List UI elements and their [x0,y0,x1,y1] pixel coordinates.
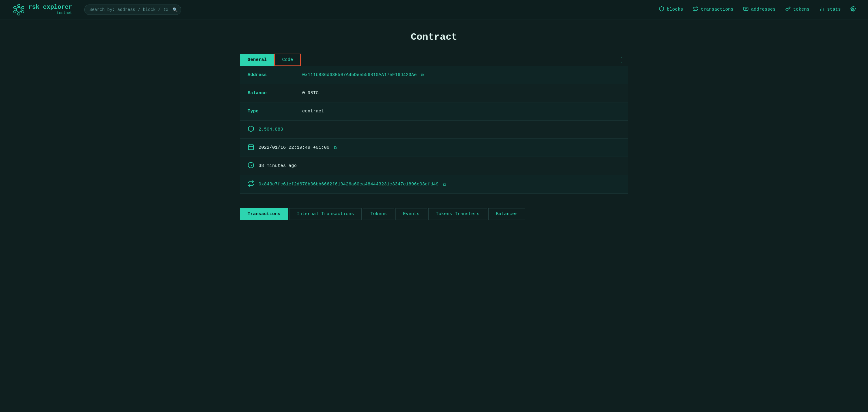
txhash-row: 0x843c7fc61ef2d678b36bb6662f610426a60ca4… [240,175,628,193]
top-tab-bar: General Code ⋮ [240,54,628,66]
type-row: Type contract [240,102,628,121]
svg-point-0 [17,7,21,12]
address-label: Address [248,72,302,77]
tab-balances[interactable]: Balances [488,208,525,220]
tx-icon [248,180,258,188]
nav-link-transactions[interactable]: transactions [693,6,734,13]
logo-icon [12,3,26,17]
txhash-value: 0x843c7fc61ef2d678b36bb6662f610426a60ca4… [258,181,447,188]
svg-point-5 [13,10,16,13]
tab-tokens[interactable]: Tokens [363,208,394,220]
nav-link-settings[interactable] [850,6,856,13]
nav-link-addresses[interactable]: addresses [743,6,776,13]
svg-point-2 [18,13,20,15]
block-value[interactable]: 2,504,883 [258,127,283,132]
gear-icon [850,6,856,13]
tab-internal-transactions[interactable]: Internal Transactions [289,208,362,220]
clock-icon [248,162,258,170]
address-value: 0x111b836d63E507A45Dee556B10AA17eF16D423… [302,72,425,78]
nav-stats-label: stats [827,7,841,12]
nav-blocks-label: blocks [667,7,683,12]
search-icon: 🔍 [173,7,178,12]
age-row: 38 minutes ago [240,157,628,175]
contract-info-table: Address 0x111b836d63E507A45Dee556B10AA17… [240,66,628,194]
svg-point-4 [22,6,24,9]
nav-link-tokens[interactable]: tokens [785,6,809,13]
age-value: 38 minutes ago [258,163,297,168]
app-title: rsk explorer [29,4,72,11]
svg-point-1 [18,4,20,7]
balance-value: 0 RBTC [302,91,318,96]
tab-tokens-transfers[interactable]: Tokens Transfers [428,208,487,220]
balance-label: Balance [248,91,302,96]
type-label: Type [248,109,302,114]
nav-tokens-label: tokens [793,7,809,12]
tab-events[interactable]: Events [396,208,427,220]
key-icon [785,6,791,13]
block-icon [248,125,258,134]
arrows-icon [693,6,698,13]
timestamp-value: 2022/01/16 22:19:49 +01:00 ⧉ [258,145,338,151]
copy-timestamp-button[interactable]: ⧉ [333,145,338,151]
tab-code[interactable]: Code [274,54,301,66]
search-input[interactable] [84,4,181,15]
bottom-tab-bar: Transactions Internal Transactions Token… [240,208,628,220]
idcard-icon [743,6,749,13]
type-value: contract [302,109,324,114]
svg-point-6 [22,10,24,13]
search-bar[interactable]: 🔍 [84,4,181,15]
app-subtitle: testnet [29,11,72,15]
nav-link-blocks[interactable]: blocks [659,6,683,13]
nav-addresses-label: addresses [751,7,776,12]
logo[interactable]: rsk explorer testnet [12,3,72,17]
barchart-icon [819,6,825,13]
block-row: 2,504,883 [240,121,628,139]
copy-address-button[interactable]: ⧉ [420,72,425,78]
svg-point-3 [13,6,16,9]
balance-row: Balance 0 RBTC [240,84,628,102]
page-title: Contract [240,32,628,43]
tab-general[interactable]: General [240,54,274,66]
calendar-icon [248,144,258,152]
navbar: rsk explorer testnet 🔍 blocks [0,0,868,20]
svg-point-13 [852,8,854,10]
timestamp-row: 2022/01/16 22:19:49 +01:00 ⧉ [240,139,628,157]
tab-transactions[interactable]: Transactions [240,208,288,220]
svg-rect-14 [249,145,254,150]
nav-transactions-label: transactions [701,7,734,12]
more-options-icon[interactable]: ⋮ [615,56,628,64]
svg-rect-7 [743,7,748,10]
cube-icon [659,6,664,13]
nav-links: blocks transactions addresses [659,6,856,13]
copy-txhash-button[interactable]: ⧉ [441,181,447,188]
main-content: Contract General Code ⋮ Address 0x111b83… [222,20,646,232]
nav-link-stats[interactable]: stats [819,6,841,13]
address-row: Address 0x111b836d63E507A45Dee556B10AA17… [240,66,628,84]
